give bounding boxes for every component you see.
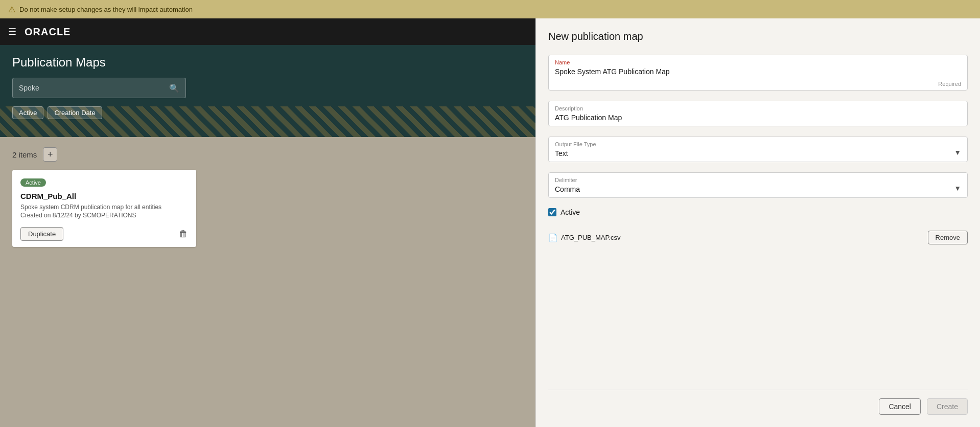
delete-icon[interactable]: 🗑 <box>179 229 188 239</box>
delimiter-field-group: Delimiter Comma Tab Pipe ▼ <box>548 172 968 198</box>
card-description: Spoke system CDRM publication map for al… <box>20 204 188 211</box>
warning-message: Do not make setup changes as they will i… <box>19 6 193 13</box>
hamburger-icon[interactable]: ☰ <box>8 26 16 37</box>
active-checkbox-label: Active <box>561 208 580 216</box>
card-active-badge: Active <box>20 178 46 187</box>
delimiter-select[interactable]: Comma Tab Pipe <box>549 183 967 197</box>
duplicate-button[interactable]: Duplicate <box>20 227 63 241</box>
name-label: Name <box>549 56 967 65</box>
content-area: 2 items + Active CDRM_Pub_All Spoke syst… <box>0 137 535 427</box>
file-row: 📄 ATG_PUB_MAP.csv Remove <box>548 227 968 249</box>
required-text: Required <box>549 81 967 90</box>
card-meta: Created on 8/12/24 by SCMOPERATIONS <box>20 212 188 219</box>
create-button[interactable]: Create <box>927 398 968 415</box>
name-field-group: Name Required <box>548 55 968 91</box>
warning-icon: ⚠ <box>8 5 15 14</box>
search-bar: 🔍 <box>12 78 186 98</box>
delimiter-label: Delimiter <box>549 174 967 183</box>
items-count: 2 items <box>12 150 37 159</box>
filter-active[interactable]: Active <box>12 106 43 119</box>
page-title: Publication Maps <box>12 55 523 70</box>
filter-chips: Active Creation Date <box>12 106 523 127</box>
oracle-logo: ORACLE <box>25 26 71 38</box>
description-input[interactable] <box>549 111 967 126</box>
add-button[interactable]: + <box>43 147 57 162</box>
file-name-text: ATG_PUB_MAP.csv <box>561 234 621 241</box>
publication-card: Active CDRM_Pub_All Spoke system CDRM pu… <box>12 170 196 247</box>
top-nav: ☰ ORACLE <box>0 18 535 45</box>
warning-bar: ⚠ Do not make setup changes as they will… <box>0 0 980 18</box>
left-panel: ☰ ORACLE Publication Maps 🔍 Active Creat… <box>0 18 535 427</box>
file-icon: 📄 <box>548 233 558 242</box>
description-label: Description <box>549 102 967 111</box>
search-icon: 🔍 <box>169 83 179 93</box>
right-panel: New publication map Name Required Descri… <box>535 18 980 427</box>
name-input[interactable] <box>549 65 967 80</box>
panel-title: New publication map <box>548 31 968 42</box>
description-field-group: Description <box>548 101 968 126</box>
card-title: CDRM_Pub_All <box>20 192 188 200</box>
cancel-button[interactable]: Cancel <box>879 398 921 415</box>
active-checkbox[interactable] <box>548 208 556 216</box>
filter-creation-date[interactable]: Creation Date <box>48 106 102 119</box>
search-input[interactable] <box>19 84 169 92</box>
output-file-type-select[interactable]: Text CSV JSON <box>549 147 967 162</box>
output-file-type-label: Output File Type <box>549 138 967 147</box>
file-name: 📄 ATG_PUB_MAP.csv <box>548 233 621 242</box>
active-checkbox-row: Active <box>548 208 968 216</box>
output-file-type-field-group: Output File Type Text CSV JSON ▼ <box>548 137 968 162</box>
card-actions: Duplicate 🗑 <box>20 227 188 241</box>
remove-button[interactable]: Remove <box>928 231 968 244</box>
panel-footer: Cancel Create <box>548 390 968 415</box>
header-section: Publication Maps 🔍 Active Creation Date <box>0 45 535 137</box>
items-header: 2 items + <box>12 147 523 162</box>
